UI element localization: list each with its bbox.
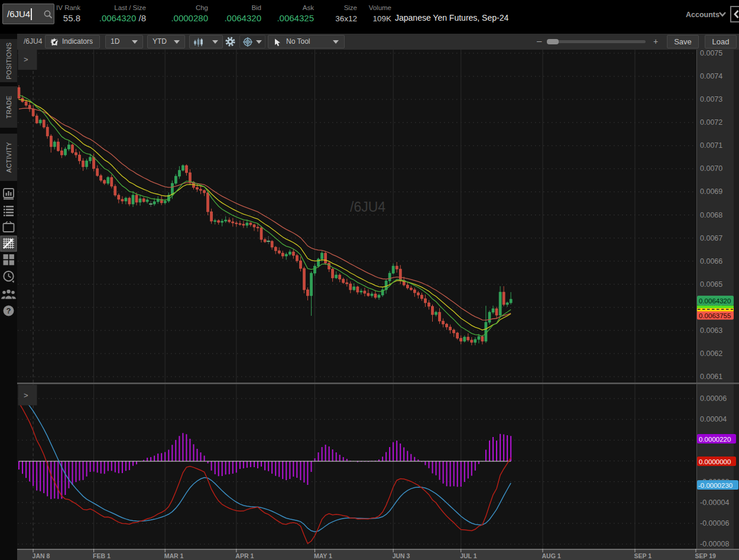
svg-text:0.0000000: 0.0000000 [699, 458, 731, 465]
svg-text:0.0071: 0.0071 [700, 141, 722, 150]
svg-text:APR 1: APR 1 [235, 552, 254, 559]
svg-text:JAN 8: JAN 8 [33, 552, 50, 559]
svg-text:MAY 1: MAY 1 [314, 552, 332, 559]
svg-text:0.0063: 0.0063 [700, 326, 722, 335]
svg-text:0.0075: 0.0075 [700, 50, 722, 57]
svg-text:0.0073: 0.0073 [700, 95, 722, 103]
svg-text:0.0065: 0.0065 [700, 280, 722, 289]
svg-text:>: > [24, 391, 28, 400]
svg-text:/6JU4: /6JU4 [350, 199, 385, 215]
svg-text:0.0064320: 0.0064320 [699, 297, 731, 305]
svg-text:0.0063755: 0.0063755 [699, 312, 731, 319]
svg-text:0.0062: 0.0062 [700, 349, 722, 358]
svg-text:0.00004: 0.00004 [700, 415, 727, 423]
svg-text:0.0070: 0.0070 [700, 164, 722, 173]
svg-text:0.0067: 0.0067 [700, 234, 722, 242]
svg-text:JUL 1: JUL 1 [460, 552, 477, 559]
svg-text:0.0000220: 0.0000220 [699, 436, 731, 443]
svg-text:MAR 1: MAR 1 [164, 552, 184, 559]
svg-text:SEP 19: SEP 19 [695, 552, 717, 559]
svg-text:0.0068: 0.0068 [700, 211, 722, 219]
svg-text:0.00006: 0.00006 [700, 394, 727, 403]
svg-text:-0.00004: -0.00004 [700, 499, 729, 507]
svg-text:?: ? [7, 306, 11, 315]
svg-text:JUN 3: JUN 3 [393, 552, 410, 559]
svg-text:0.0061: 0.0061 [700, 373, 722, 381]
svg-text:0.0072: 0.0072 [700, 118, 722, 127]
svg-text:0.0074: 0.0074 [700, 72, 722, 80]
svg-text:>: > [24, 55, 28, 64]
svg-text:FEB 1: FEB 1 [93, 552, 111, 559]
svg-text:AUG 1: AUG 1 [542, 552, 561, 559]
svg-text:SEP 1: SEP 1 [634, 552, 652, 559]
svg-text:-0.00006: -0.00006 [700, 519, 729, 527]
svg-text:-0.00008: -0.00008 [700, 540, 729, 548]
svg-text:0.0066: 0.0066 [700, 257, 722, 266]
svg-text:-0.0000230: -0.0000230 [698, 482, 732, 489]
svg-text:0.0069: 0.0069 [700, 187, 722, 196]
